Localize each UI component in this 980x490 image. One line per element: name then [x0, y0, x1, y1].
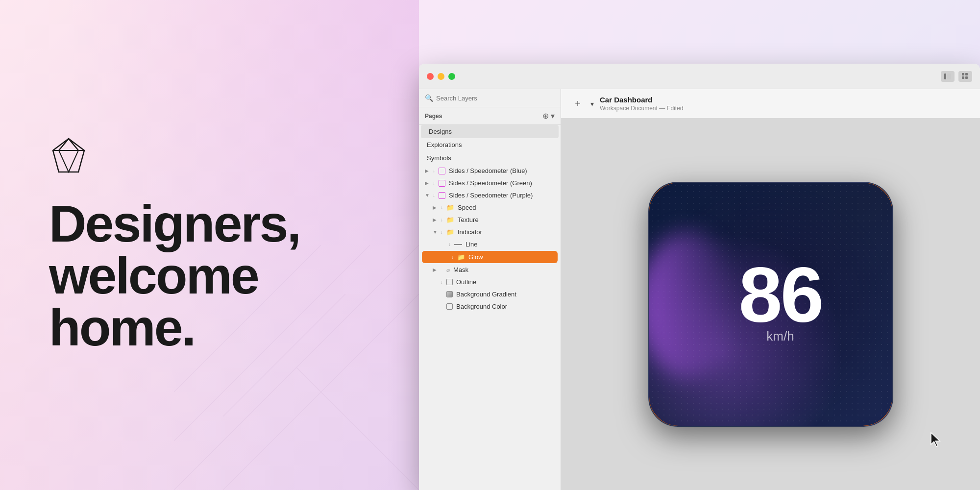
- app-logo: [49, 137, 370, 178]
- selection-handle-tr[interactable]: [890, 182, 893, 185]
- layer-label-speedometer-purple: Sides / Speedometer (Purple): [449, 192, 533, 199]
- layer-item-speedometer-blue[interactable]: ▶ ↓ Sides / Speedometer (Blue): [419, 165, 561, 177]
- layers-list: ▶ ↓ Sides / Speedometer (Blue) ▶ ↓ Sides…: [419, 165, 561, 490]
- chevron-speed: ▶: [433, 205, 439, 210]
- selection-handle-bl[interactable]: [648, 423, 652, 427]
- chevron-indicator: ▼: [433, 229, 439, 235]
- layer-label-speedometer-blue: Sides / Speedometer (Blue): [449, 167, 527, 174]
- welcome-panel: Designers, welcome home.: [0, 0, 419, 490]
- folder-icon-glow: 📁: [457, 253, 465, 261]
- doc-info: Car Dashboard Workspace Document — Edite…: [600, 96, 684, 112]
- page-item-explorations[interactable]: Explorations: [419, 138, 561, 151]
- layer-label-indicator: Indicator: [458, 228, 482, 236]
- speedometer-number: 86 km/h: [739, 255, 822, 344]
- layer-label-speedometer-green: Sides / Speedometer (Green): [449, 179, 532, 187]
- folder-icon-texture: 📁: [446, 216, 454, 223]
- right-section: 🔍 Pages ⊕ ▾ Designs Explorations Symbols: [419, 0, 980, 490]
- doc-title: Car Dashboard: [600, 96, 684, 104]
- search-icon: 🔍: [425, 94, 433, 102]
- search-bar: 🔍: [419, 89, 561, 107]
- add-page-button[interactable]: ⊕: [542, 111, 549, 121]
- traffic-light-green[interactable]: [448, 73, 455, 80]
- layer-item-background-color[interactable]: ▶ ↓ Background Color: [419, 300, 561, 313]
- layer-item-background-gradient[interactable]: ▶ ↓ Background Gradient: [419, 288, 561, 300]
- artboard-icon-blue: [439, 168, 445, 174]
- folder-icon-indicator: 📁: [446, 228, 454, 236]
- svg-rect-18: [965, 76, 968, 79]
- layer-label-line: Line: [466, 241, 478, 248]
- svg-rect-13: [944, 74, 946, 79]
- welcome-text-block: Designers, welcome home.: [49, 197, 370, 353]
- artboard-icon-green: [439, 180, 445, 187]
- canvas-content: 86 km/h: [561, 119, 980, 490]
- window-controls-right: [941, 71, 972, 82]
- page-item-designs[interactable]: Designs: [421, 125, 559, 138]
- header-chevron[interactable]: ▾: [590, 100, 594, 108]
- window-body: 🔍 Pages ⊕ ▾ Designs Explorations Symbols: [419, 89, 980, 490]
- inspector-header: + ▾ Car Dashboard Workspace Document — E…: [561, 89, 980, 119]
- svg-line-5: [296, 368, 419, 490]
- page-item-symbols[interactable]: Symbols: [419, 151, 561, 165]
- layer-item-speedometer-purple[interactable]: ▼ ↓ Sides / Speedometer (Purple): [419, 189, 561, 201]
- svg-rect-17: [962, 76, 964, 79]
- grid-view-button[interactable]: [958, 71, 972, 82]
- svg-rect-15: [962, 73, 964, 75]
- add-button[interactable]: +: [571, 97, 585, 111]
- selection-handle-br[interactable]: [890, 423, 893, 427]
- folder-icon-speed: 📁: [446, 204, 454, 211]
- app-window: 🔍 Pages ⊕ ▾ Designs Explorations Symbols: [419, 64, 980, 490]
- layer-label-background-gradient: Background Gradient: [456, 291, 516, 298]
- bg-gradient-icon: [446, 291, 453, 297]
- traffic-light-yellow[interactable]: [438, 73, 444, 80]
- layer-item-line[interactable]: ▶ ↓ Line: [419, 238, 561, 250]
- layer-item-outline[interactable]: ▶ ↓ Outline: [419, 276, 561, 288]
- canvas-area[interactable]: + ▾ Car Dashboard Workspace Document — E…: [561, 89, 980, 490]
- window-titlebar: [419, 64, 980, 89]
- pages-controls: ⊕ ▾: [542, 111, 555, 121]
- layer-label-glow: Glow: [468, 253, 483, 261]
- chevron-speedometer-blue: ▶: [425, 168, 431, 173]
- outline-icon: [446, 279, 453, 285]
- chevron-speedometer-green: ▶: [425, 180, 431, 186]
- layer-label-mask: Mask: [453, 266, 468, 273]
- layer-label-speed: Speed: [458, 204, 476, 211]
- diamond-icon: [49, 137, 88, 176]
- sidebar-toggle-button[interactable]: [941, 71, 955, 82]
- svg-marker-7: [53, 139, 84, 172]
- layer-label-background-color: Background Color: [456, 303, 507, 310]
- speed-value: 86: [739, 255, 822, 334]
- search-input[interactable]: [436, 95, 555, 102]
- layer-item-speed[interactable]: ▶ ↓ 📁 Speed: [419, 201, 561, 214]
- chevron-texture: ▶: [433, 217, 439, 222]
- layer-item-mask[interactable]: ▶ ↓ ⌀ Mask: [419, 264, 561, 276]
- doc-subtitle: Workspace Document — Edited: [600, 105, 684, 112]
- layer-label-outline: Outline: [456, 278, 476, 286]
- layer-item-indicator[interactable]: ▼ ↓ 📁 Indicator: [419, 226, 561, 238]
- layers-panel: 🔍 Pages ⊕ ▾ Designs Explorations Symbols: [419, 89, 561, 490]
- chevron-speedometer-purple: ▼: [425, 193, 431, 198]
- speedometer-widget: 86 km/h: [648, 182, 893, 427]
- bg-color-icon: [446, 303, 453, 310]
- chevron-mask: ▶: [433, 267, 439, 272]
- pages-chevron[interactable]: ▾: [551, 111, 555, 121]
- welcome-headline: Designers, welcome home.: [49, 197, 370, 353]
- selection-handle-tl[interactable]: [648, 182, 652, 185]
- layer-label-texture: Texture: [458, 216, 479, 223]
- pages-label: Pages: [425, 113, 442, 120]
- pages-section: Pages ⊕ ▾: [419, 107, 561, 125]
- layer-item-speedometer-green[interactable]: ▶ ↓ Sides / Speedometer (Green): [419, 177, 561, 189]
- svg-rect-16: [965, 73, 968, 75]
- cursor-arrow: [929, 432, 941, 451]
- mask-icon: ⌀: [446, 267, 450, 273]
- layer-item-texture[interactable]: ▶ ↓ 📁 Texture: [419, 214, 561, 226]
- layer-item-glow[interactable]: ▶ ↓ 📁 Glow: [422, 251, 558, 263]
- line-shape-icon: [454, 244, 462, 245]
- traffic-light-red[interactable]: [427, 73, 434, 80]
- svg-rect-14: [947, 74, 951, 79]
- artboard-icon-purple: [439, 192, 445, 199]
